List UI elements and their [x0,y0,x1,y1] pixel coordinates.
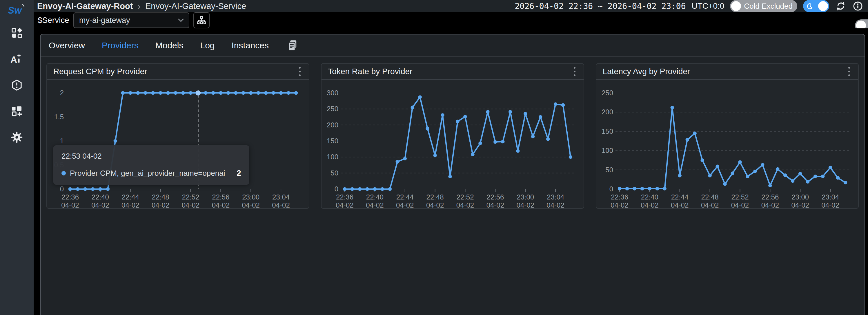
sidebar-item-dashboards[interactable] [10,27,23,39]
svg-text:2: 2 [60,89,64,97]
tab-log[interactable]: Log [200,40,215,50]
tab-bar: Overview Providers Models Log Instances [40,34,865,57]
svg-text:22:52: 22:52 [457,193,474,201]
sidebar-item-new-dashboard[interactable] [10,105,23,117]
svg-text:23:04: 23:04 [272,193,290,201]
header-right: 2026-04-02 22:36 ~ 2026-04-02 23:06 UTC+… [515,0,864,12]
cold-excluded-label: Cold Excluded [742,2,797,11]
sidebar-item-alerting[interactable] [10,79,23,91]
svg-text:04-02: 04-02 [671,201,688,208]
info-icon [852,1,863,11]
line-chart[interactable]: 00.511.5222:3604-0222:4004-0222:4404-022… [47,80,309,208]
svg-text:300: 300 [327,89,338,97]
card-header: Token Rate by Provider [321,64,583,80]
moon-icon [806,3,813,9]
svg-text:04-02: 04-02 [487,201,504,208]
chart-card-token-rate: Token Rate by Provider 05010015020025030… [321,63,584,209]
svg-text:04-02: 04-02 [272,201,290,208]
svg-text:04-02: 04-02 [731,201,749,208]
info-button[interactable] [852,1,863,11]
service-bar: $Service my-ai-gateway [34,12,868,28]
svg-text:04-02: 04-02 [456,201,474,208]
dashboard-panel: Overview Providers Models Log Instances [40,34,865,315]
card-header: Request CPM by Provider [47,64,309,80]
kebab-menu-icon[interactable] [846,65,852,78]
skywalking-logo[interactable]: Sw [7,2,26,18]
svg-text:22:56: 22:56 [761,193,779,201]
svg-text:1: 1 [60,137,64,145]
copy-icon [287,40,298,51]
breadcrumb-separator-icon: › [137,1,141,11]
svg-text:04-02: 04-02 [91,201,109,208]
svg-text:22:44: 22:44 [122,193,139,201]
sitemap-icon [196,16,207,25]
ai-sparkle-icon: A [10,53,23,65]
svg-text:150: 150 [601,128,613,135]
svg-text:22:40: 22:40 [366,193,383,201]
time-range-picker[interactable]: 2026-04-02 22:36 ~ 2026-04-02 23:06 [515,1,686,11]
refresh-icon [835,0,846,12]
svg-text:50: 50 [605,166,613,174]
dashboards-icon [11,27,23,39]
tab-models[interactable]: Models [155,40,184,50]
svg-text:04-02: 04-02 [152,201,169,208]
chart-cards: Request CPM by Provider 00.511.5222:3604… [40,57,865,209]
svg-text:04-02: 04-02 [366,201,383,208]
svg-text:22:56: 22:56 [487,193,504,201]
svg-text:22:44: 22:44 [671,193,688,201]
breadcrumb-root[interactable]: Envoy-AI-Gateway-Root [37,1,133,11]
sidebar-item-ai-assistant[interactable]: A [10,53,23,65]
tab-instances[interactable]: Instances [231,40,269,50]
svg-text:04-02: 04-02 [821,201,839,208]
toggle-knob [818,1,828,11]
svg-text:23:00: 23:00 [242,193,259,201]
svg-text:200: 200 [327,121,338,129]
svg-text:1.5: 1.5 [54,113,64,121]
tab-providers[interactable]: Providers [102,40,138,50]
svg-text:04-02: 04-02 [517,201,534,208]
kebab-menu-icon[interactable] [297,65,302,78]
svg-text:04-02: 04-02 [122,201,139,208]
svg-text:100: 100 [327,153,338,161]
top-header: Envoy-AI-Gateway-Root › Envoy-AI-Gateway… [34,0,868,12]
svg-text:04-02: 04-02 [791,201,809,208]
svg-text:23:04: 23:04 [547,193,564,201]
sidebar-item-settings[interactable] [10,132,23,143]
timezone-label[interactable]: UTC+0:0 [692,1,724,11]
cold-excluded-toggle[interactable]: Cold Excluded [730,0,797,12]
chevron-down-icon [177,16,185,24]
svg-text:250: 250 [601,89,613,97]
line-chart[interactable]: 05010015020025030022:3604-0222:4004-0222… [321,80,583,208]
card-header: Latency Avg by Provider [596,64,858,80]
svg-text:23:00: 23:00 [792,193,809,201]
svg-text:22:48: 22:48 [152,193,169,201]
svg-text:22:36: 22:36 [611,193,628,201]
tab-overview[interactable]: Overview [49,40,85,50]
svg-text:04-02: 04-02 [611,201,628,208]
refresh-button[interactable] [835,0,846,12]
hexagon-alert-icon [11,79,23,91]
svg-text:22:36: 22:36 [61,193,79,201]
chart-card-latency-avg: Latency Avg by Provider 0501001502002502… [596,63,859,209]
svg-text:23:04: 23:04 [822,193,839,201]
svg-text:22:48: 22:48 [427,193,444,201]
svg-text:04-02: 04-02 [761,201,779,208]
logo-text: Sw [8,5,22,15]
dark-mode-toggle[interactable] [803,0,829,12]
topology-button[interactable] [193,12,210,28]
kebab-menu-icon[interactable] [572,65,577,78]
svg-text:A: A [10,55,17,65]
tooltip-series-label: Provider CPM, gen_ai_provider_name=opena… [70,169,225,178]
line-chart[interactable]: 05010015020025022:3604-0222:4004-0222:44… [596,80,858,208]
series-dot-icon [61,171,66,175]
service-select[interactable]: my-ai-gateway [73,12,189,28]
svg-text:04-02: 04-02 [182,201,199,208]
content-area: Overview Providers Models Log Instances [34,28,868,315]
chart-card-request-cpm: Request CPM by Provider 00.511.5222:3604… [46,63,309,209]
chart-tooltip: 22:53 04-02 Provider CPM, gen_ai_provide… [53,145,249,185]
svg-text:200: 200 [601,108,613,116]
svg-text:22:56: 22:56 [212,193,229,201]
svg-text:04-02: 04-02 [426,201,444,208]
copy-dashboard-button[interactable] [287,40,298,51]
svg-text:250: 250 [327,105,338,113]
